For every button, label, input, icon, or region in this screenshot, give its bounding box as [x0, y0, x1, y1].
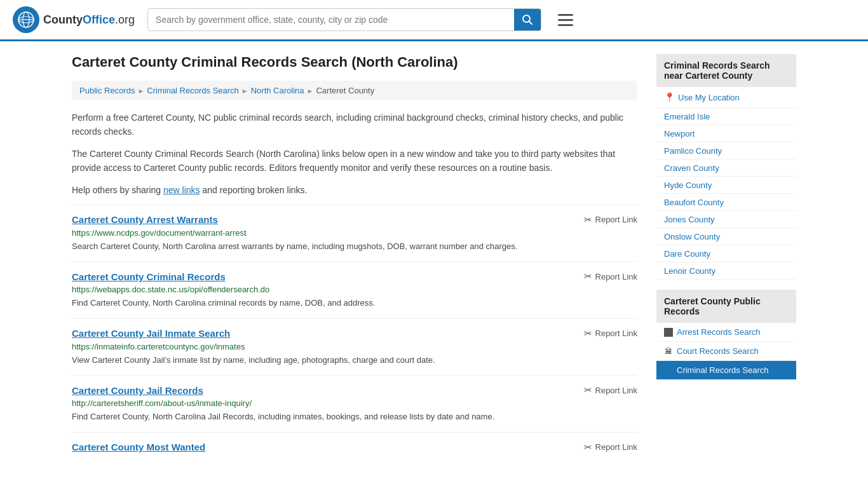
report-link-4[interactable]: ✂ Report Link [584, 442, 637, 453]
breadcrumb-carteret-county: Carteret County [316, 86, 374, 95]
logo-icon [13, 6, 39, 33]
report-link-2[interactable]: ✂ Report Link [584, 328, 637, 339]
content-area: Carteret County Criminal Records Search … [72, 54, 637, 464]
record-desc-2: View Carteret County Jail's inmate list … [72, 354, 637, 367]
report-label-0: Report Link [595, 215, 637, 224]
use-my-location-link[interactable]: 📍 Use My Location [664, 92, 789, 102]
report-link-1[interactable]: ✂ Report Link [584, 271, 637, 282]
sidebar-item-craven-county[interactable]: Craven County [656, 159, 796, 177]
report-link-0[interactable]: ✂ Report Link [584, 214, 637, 226]
sidebar-item-newport[interactable]: Newport [656, 125, 796, 142]
main-container: Carteret County Criminal Records Search … [53, 41, 815, 477]
sidebar-arrest-records[interactable]: Arrest Records Search [656, 323, 796, 342]
record-title-2[interactable]: Carteret County Jail Inmate Search [72, 328, 230, 339]
report-icon-1: ✂ [584, 271, 592, 282]
sidebar-item-onslow-county[interactable]: Onslow County [656, 228, 796, 245]
record-entry-2: Carteret County Jail Inmate Search ✂ Rep… [72, 318, 637, 376]
records-list: Carteret County Arrest Warrants ✂ Report… [72, 205, 637, 464]
record-entry-0: Carteret County Arrest Warrants ✂ Report… [72, 205, 637, 262]
breadcrumb: Public Records ► Criminal Records Search… [72, 81, 637, 100]
arrest-records-link[interactable]: Arrest Records Search [677, 327, 761, 337]
report-link-3[interactable]: ✂ Report Link [584, 384, 637, 396]
record-entry-1: Carteret County Criminal Records ✂ Repor… [72, 261, 637, 318]
description-para3-pre: Help others by sharing [72, 185, 163, 195]
record-url-3[interactable]: http://carteretsheriff.com/about-us/inma… [72, 398, 637, 408]
sidebar-item-jones-county[interactable]: Jones County [656, 211, 796, 228]
new-links-link[interactable]: new links [163, 185, 200, 195]
report-label-4: Report Link [595, 442, 637, 452]
report-icon-3: ✂ [584, 384, 592, 396]
description-para2: The Carteret County Criminal Records Sea… [72, 147, 637, 175]
site-header: CountyOffice.org [0, 0, 868, 41]
breadcrumb-sep-2: ► [241, 87, 248, 95]
record-url-2[interactable]: https://inmateinfo.carteretcountync.gov/… [72, 342, 637, 351]
court-records-link[interactable]: Court Records Search [677, 346, 759, 356]
record-entry-4: Carteret County Most Wanted ✂ Report Lin… [72, 432, 637, 464]
court-records-icon: 🏛 [664, 347, 673, 356]
report-icon-2: ✂ [584, 328, 592, 339]
sidebar-criminal-records[interactable]: Criminal Records Search [656, 361, 796, 380]
report-icon-0: ✂ [584, 214, 592, 226]
record-desc-3: Find Carteret County, North Carolina Jai… [72, 410, 637, 423]
page-title: Carteret County Criminal Records Search … [72, 54, 637, 71]
use-my-location-label: Use My Location [678, 93, 740, 102]
report-label-1: Report Link [595, 272, 637, 281]
sidebar-item-beaufort-county[interactable]: Beaufort County [656, 194, 796, 211]
record-entry-3: Carteret County Jail Records ✂ Report Li… [72, 375, 637, 432]
sidebar-public-records-title: Carteret County Public Records [656, 290, 796, 323]
sidebar-item-pamlico-county[interactable]: Pamlico County [656, 142, 796, 159]
sidebar: Criminal Records Search near Carteret Co… [656, 54, 796, 464]
search-input[interactable] [148, 10, 514, 30]
description-para1: Perform a free Carteret County, NC publi… [72, 111, 637, 139]
description-para3: Help others by sharing new links and rep… [72, 183, 637, 197]
criminal-records-icon [664, 366, 673, 375]
report-icon-4: ✂ [584, 442, 592, 453]
svg-line-5 [529, 22, 532, 25]
record-title-1[interactable]: Carteret County Criminal Records [72, 271, 226, 282]
record-url-0[interactable]: https://www.ncdps.gov/document/warrant-a… [72, 228, 637, 238]
sidebar-location-list: 📍 Use My Location Emerald Isle Newport P… [656, 87, 796, 280]
search-button[interactable] [514, 9, 541, 30]
description-para3-post: and reporting broken links. [200, 185, 308, 195]
breadcrumb-criminal-records-search[interactable]: Criminal Records Search [147, 86, 239, 95]
breadcrumb-sep-3: ► [307, 87, 314, 95]
record-title-3[interactable]: Carteret County Jail Records [72, 385, 203, 396]
record-title-0[interactable]: Carteret County Arrest Warrants [72, 214, 218, 225]
report-label-2: Report Link [595, 329, 637, 338]
record-title-4[interactable]: Carteret County Most Wanted [72, 442, 205, 452]
record-desc-1: Find Carteret County, North Carolina cri… [72, 297, 637, 309]
menu-button[interactable] [554, 10, 577, 30]
arrest-records-icon [664, 328, 673, 337]
report-label-3: Report Link [595, 386, 637, 395]
breadcrumb-sep-1: ► [137, 87, 144, 95]
sidebar-nearby-title: Criminal Records Search near Carteret Co… [656, 54, 796, 87]
sidebar-court-records[interactable]: 🏛 Court Records Search [656, 342, 796, 361]
sidebar-item-emerald-isle[interactable]: Emerald Isle [656, 108, 796, 125]
search-bar [147, 8, 541, 31]
sidebar-item-lenoir-county[interactable]: Lenoir County [656, 262, 796, 280]
sidebar-public-records-list: Arrest Records Search 🏛 Court Records Se… [656, 323, 796, 380]
breadcrumb-north-carolina[interactable]: North Carolina [251, 86, 304, 95]
breadcrumb-public-records[interactable]: Public Records [79, 86, 135, 95]
logo-text: CountyOffice.org [43, 13, 135, 27]
location-pin-icon: 📍 [664, 92, 675, 102]
record-desc-0: Search Carteret County, North Carolina a… [72, 240, 637, 253]
criminal-records-link[interactable]: Criminal Records Search [677, 365, 769, 375]
sidebar-item-dare-county[interactable]: Dare County [656, 245, 796, 262]
sidebar-item-hyde-county[interactable]: Hyde County [656, 177, 796, 194]
record-url-1[interactable]: https://webapps.doc.state.nc.us/opi/offe… [72, 285, 637, 294]
logo-link[interactable]: CountyOffice.org [13, 6, 135, 33]
sidebar-use-my-location[interactable]: 📍 Use My Location [656, 87, 796, 108]
